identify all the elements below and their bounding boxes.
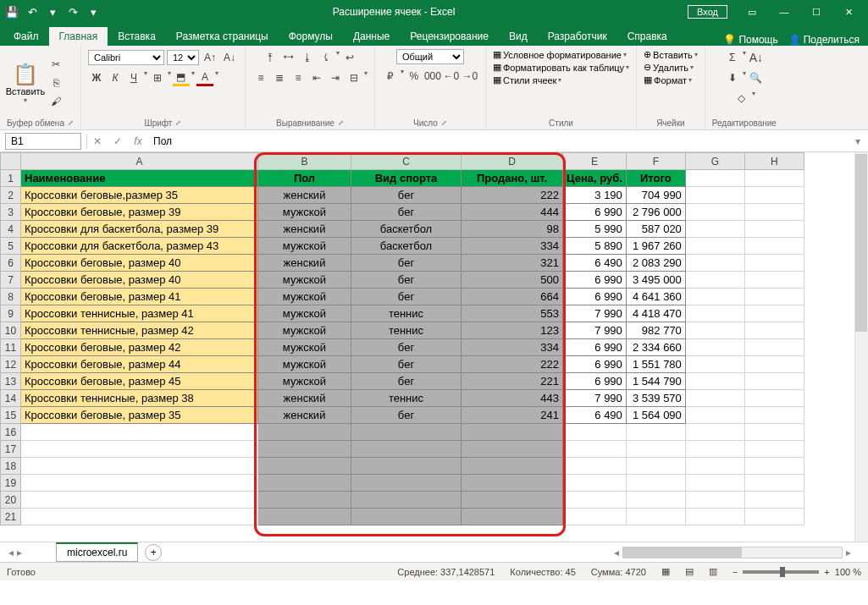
sheet-nav-first-icon[interactable]: ◂	[8, 547, 14, 558]
tab-file[interactable]: Файл	[3, 27, 49, 46]
decrease-font-icon[interactable]: A↓	[221, 49, 238, 66]
cell-total[interactable]: 1 967 260	[626, 238, 685, 255]
cell-sex[interactable]: мужской	[258, 289, 351, 305]
cell-sex[interactable]: женский	[258, 390, 351, 407]
merge-icon[interactable]: ⊟	[346, 69, 362, 86]
cell-name[interactable]: Кроссовки беговые, размер 41	[21, 289, 258, 305]
cell-price[interactable]: 5 890	[563, 238, 627, 255]
autosum-icon[interactable]: Σ	[724, 49, 741, 66]
number-format-select[interactable]: Общий	[396, 49, 464, 64]
row-header-21[interactable]: 21	[1, 509, 21, 525]
zoom-in-icon[interactable]: +	[824, 567, 829, 577]
row-header-5[interactable]: 5	[1, 238, 21, 255]
cell-sold[interactable]: 444	[462, 204, 563, 221]
name-box[interactable]	[5, 133, 81, 150]
cell-sex[interactable]: мужской	[258, 339, 351, 356]
cell-total[interactable]: 1 544 790	[626, 373, 685, 390]
header-cell[interactable]: Итого	[626, 170, 685, 187]
col-header-A[interactable]: A	[21, 153, 258, 170]
tab-home[interactable]: Главная	[49, 27, 108, 46]
zoom-slider[interactable]	[743, 570, 819, 574]
header-cell[interactable]: Наименование	[21, 170, 258, 187]
cell-total[interactable]: 4 641 360	[626, 289, 685, 305]
cell-total[interactable]: 704 990	[626, 187, 685, 204]
row-header-2[interactable]: 2	[1, 187, 21, 204]
cell-total[interactable]: 1 564 090	[626, 407, 685, 424]
row-header-17[interactable]: 17	[1, 441, 21, 458]
decrease-decimal-icon[interactable]: →0	[462, 68, 478, 85]
cell-sport[interactable]: бег	[351, 255, 462, 272]
cut-icon[interactable]: ✂	[47, 56, 64, 73]
cell-name[interactable]: Кроссовки беговые, размер 39	[21, 204, 258, 221]
cell-sex[interactable]: мужской	[258, 204, 351, 221]
cell-sex[interactable]: мужской	[258, 373, 351, 390]
row-header-15[interactable]: 15	[1, 407, 21, 424]
row-header-8[interactable]: 8	[1, 289, 21, 305]
col-header-C[interactable]: C	[351, 153, 462, 170]
cancel-formula-icon[interactable]: ✕	[87, 135, 108, 147]
cell-sold[interactable]: 334	[462, 339, 563, 356]
cell-sex[interactable]: мужской	[258, 272, 351, 289]
align-right-icon[interactable]: ≡	[290, 69, 307, 86]
sort-filter-icon[interactable]: A↓	[748, 49, 765, 66]
cell-price[interactable]: 6 490	[563, 407, 627, 424]
formula-input[interactable]	[148, 134, 848, 149]
cell-sex[interactable]: мужской	[258, 238, 351, 255]
sheet-tab[interactable]: microexcel.ru	[56, 542, 138, 562]
cell-sex[interactable]: мужской	[258, 322, 351, 339]
cell-price[interactable]: 7 990	[563, 305, 627, 322]
cell-sold[interactable]: 98	[462, 221, 563, 238]
find-icon[interactable]: 🔍	[748, 69, 765, 86]
fx-icon[interactable]: fx	[128, 135, 148, 147]
cell-price[interactable]: 6 490	[563, 255, 627, 272]
format-cells-button[interactable]: ▦ Формат ▾	[644, 74, 692, 85]
fill-icon[interactable]: ⬇	[724, 69, 741, 86]
cell-total[interactable]: 1 551 780	[626, 356, 685, 373]
format-as-table-button[interactable]: ▦ Форматировать как таблицу ▾	[493, 62, 629, 73]
close-icon[interactable]: ✕	[834, 3, 863, 21]
row-header-18[interactable]: 18	[1, 458, 21, 475]
tab-page-layout[interactable]: Разметка страницы	[166, 27, 279, 46]
cell-name[interactable]: Кроссовки теннисные, размер 42	[21, 322, 258, 339]
row-header-10[interactable]: 10	[1, 322, 21, 339]
cell-sport[interactable]: баскетбол	[351, 238, 462, 255]
tab-review[interactable]: Рецензирование	[400, 27, 499, 46]
cell-total[interactable]: 982 770	[626, 322, 685, 339]
cell-sold[interactable]: 553	[462, 305, 563, 322]
cell-sold[interactable]: 241	[462, 407, 563, 424]
cell-sport[interactable]: бег	[351, 407, 462, 424]
row-header-13[interactable]: 13	[1, 373, 21, 390]
font-name-select[interactable]: Calibri	[88, 50, 164, 65]
row-header-9[interactable]: 9	[1, 305, 21, 322]
col-header-H[interactable]: H	[744, 153, 804, 170]
view-break-icon[interactable]: ▥	[709, 566, 717, 577]
cell-sport[interactable]: бег	[351, 272, 462, 289]
increase-font-icon[interactable]: A↑	[202, 49, 218, 66]
col-header-E[interactable]: E	[563, 153, 627, 170]
row-header-16[interactable]: 16	[1, 424, 21, 441]
undo-more-icon[interactable]: ▾	[46, 5, 59, 19]
cell-sold[interactable]: 123	[462, 322, 563, 339]
cell-sold[interactable]: 334	[462, 238, 563, 255]
decrease-indent-icon[interactable]: ⇤	[308, 69, 325, 86]
cell-total[interactable]: 3 539 570	[626, 390, 685, 407]
row-header-14[interactable]: 14	[1, 390, 21, 407]
row-header-12[interactable]: 12	[1, 356, 21, 373]
align-middle-icon[interactable]: ⭤	[280, 49, 297, 66]
cell-price[interactable]: 5 990	[563, 221, 627, 238]
currency-icon[interactable]: ₽	[382, 68, 399, 85]
header-cell[interactable]: Пол	[258, 170, 351, 187]
cell-name[interactable]: Кроссовки беговые, размер 45	[21, 373, 258, 390]
insert-cells-button[interactable]: ⊕ Вставить ▾	[644, 49, 698, 60]
cell-name[interactable]: Кроссовки беговые, размер 35	[21, 407, 258, 424]
header-cell[interactable]: Цена, руб.	[563, 170, 627, 187]
cell-sex[interactable]: женский	[258, 255, 351, 272]
cell-total[interactable]: 587 020	[626, 221, 685, 238]
cell-name[interactable]: Кроссовки для баскетбола, размер 39	[21, 221, 258, 238]
cell-price[interactable]: 6 990	[563, 289, 627, 305]
cell-sport[interactable]: бег	[351, 356, 462, 373]
header-cell[interactable]: Вид спорта	[351, 170, 462, 187]
bold-button[interactable]: Ж	[88, 69, 105, 86]
align-left-icon[interactable]: ≡	[252, 69, 269, 86]
view-normal-icon[interactable]: ▦	[661, 566, 670, 577]
